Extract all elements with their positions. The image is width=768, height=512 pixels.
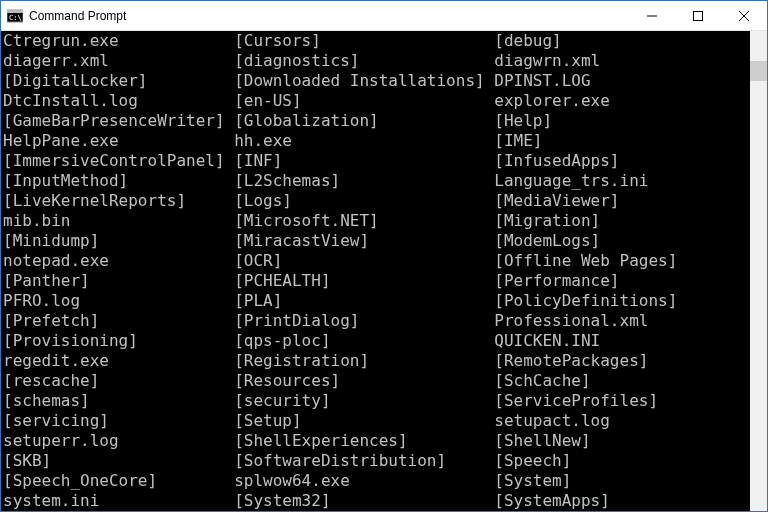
- vertical-scrollbar[interactable]: [750, 31, 767, 511]
- maximize-button[interactable]: [675, 1, 721, 31]
- console-output[interactable]: Ctregrun.exe [Cursors] [debug] diagerr.x…: [1, 31, 750, 511]
- app-icon: C:\: [7, 8, 23, 24]
- svg-rect-1: [7, 10, 23, 13]
- command-prompt-window: C:\ Command Prompt Ctregrun.exe [Cursors…: [0, 0, 768, 512]
- window-title: Command Prompt: [29, 9, 126, 23]
- minimize-button[interactable]: [629, 1, 675, 31]
- close-button[interactable]: [721, 1, 767, 31]
- svg-text:C:\: C:\: [9, 14, 22, 22]
- svg-rect-4: [694, 11, 703, 20]
- titlebar[interactable]: C:\ Command Prompt: [1, 1, 767, 31]
- console-client-area: Ctregrun.exe [Cursors] [debug] diagerr.x…: [1, 31, 767, 511]
- scrollbar-thumb[interactable]: [750, 61, 767, 81]
